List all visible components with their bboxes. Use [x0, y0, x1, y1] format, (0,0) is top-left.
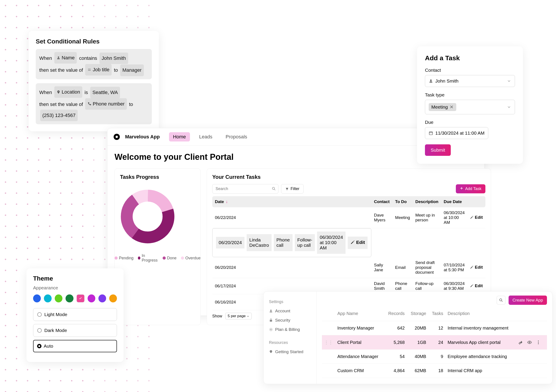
table-row[interactable]: Attendance Manager5440MB9Employee attend… — [322, 350, 547, 364]
legend: Pending In Progress Done Overdue — [120, 253, 195, 263]
edit-button[interactable]: Edit — [470, 215, 483, 220]
col-date[interactable]: Date↓ — [212, 196, 371, 207]
add-task-button[interactable]: Add Task — [456, 184, 485, 193]
color-swatch[interactable] — [44, 294, 52, 302]
table-row[interactable]: ⋮⋮Client Portal5,2681GB24Marvelous App c… — [322, 335, 547, 350]
due-input[interactable]: 11/30/2024 at 11:00 AM — [425, 127, 488, 139]
mode-option[interactable]: Light Mode — [33, 308, 117, 321]
col-storage[interactable]: Storage — [407, 306, 428, 321]
col-tasks[interactable]: Tasks — [428, 306, 446, 321]
person-icon — [429, 79, 433, 83]
type-select[interactable]: Meeting✕ — [425, 100, 515, 114]
settings-header: Settings — [269, 299, 311, 304]
mode-option[interactable]: Dark Mode — [33, 324, 117, 337]
create-app-button[interactable]: Create New App — [509, 296, 547, 305]
eye-icon[interactable] — [527, 340, 532, 345]
sidebar-security[interactable]: Security — [269, 316, 311, 325]
apps-search-button[interactable] — [497, 296, 505, 305]
field-chip[interactable]: Phone number — [85, 98, 127, 110]
app-logo — [114, 134, 120, 140]
grip-icon[interactable]: ⋮⋮ — [324, 340, 333, 345]
col-todo[interactable]: To Do — [393, 196, 413, 207]
sidebar-account[interactable]: Account — [269, 306, 311, 316]
svg-point-11 — [538, 342, 539, 343]
theme-card: Theme Appearance Light ModeDark ModeAuto — [26, 268, 124, 362]
show-label: Show — [212, 314, 222, 319]
tasks-title: Your Current Tasks — [212, 174, 485, 180]
tab-home[interactable]: Home — [169, 132, 190, 141]
search-icon — [272, 187, 276, 191]
chevron-down-icon — [247, 315, 249, 318]
more-icon[interactable] — [536, 340, 541, 345]
conditional-title: Set Conditional Rules — [36, 38, 152, 45]
gear-icon — [269, 328, 273, 331]
svg-point-12 — [538, 344, 539, 344]
table-row[interactable]: Inventory Manager64220MB12Internal inven… — [322, 321, 547, 335]
color-swatch[interactable] — [109, 294, 117, 302]
col-contact[interactable]: Contact — [371, 196, 393, 207]
due-label: Due — [425, 120, 515, 125]
color-swatch[interactable] — [55, 294, 62, 302]
contact-select[interactable]: John Smith — [425, 75, 515, 87]
col-desc[interactable]: Description — [446, 306, 516, 321]
resources-header: Resources — [269, 340, 311, 345]
svg-rect-6 — [270, 320, 272, 322]
perpage-select[interactable]: 5 per page — [225, 313, 252, 319]
svg-rect-5 — [429, 132, 433, 135]
table-row[interactable]: 06/22/2024Dave MyersMeetingMeet up in pe… — [212, 207, 485, 228]
col-appname[interactable]: App Name — [335, 306, 384, 321]
svg-point-4 — [272, 187, 274, 189]
table-row[interactable]: 06/20/2024Linda DeCastroPhone callFollow… — [212, 228, 371, 257]
col-records[interactable]: Records — [384, 306, 407, 321]
tab-proposals[interactable]: Proposals — [222, 132, 251, 141]
location-icon — [56, 90, 61, 94]
radio-icon — [37, 328, 42, 333]
radio-icon — [37, 344, 41, 348]
person-icon — [56, 56, 61, 60]
color-swatch[interactable] — [88, 294, 95, 302]
field-chip[interactable]: Location — [54, 86, 82, 98]
svg-point-7 — [270, 329, 272, 330]
sort-desc-icon: ↓ — [226, 199, 228, 204]
edit-button[interactable]: Edit — [350, 240, 365, 245]
contact-label: Contact — [425, 68, 515, 73]
sidebar-billing[interactable]: Plan & Billing — [269, 325, 311, 334]
pencil-icon — [470, 284, 473, 288]
value-chip[interactable]: Manager — [120, 64, 144, 76]
color-swatch[interactable] — [98, 294, 106, 302]
value-chip[interactable]: Seattle, WA — [90, 87, 120, 98]
color-swatch[interactable] — [77, 294, 85, 302]
table-row[interactable]: 06/20/2024Sally JaneEmailSend draft prop… — [212, 257, 485, 278]
submit-button[interactable]: Submit — [425, 144, 451, 156]
value-chip[interactable]: (253) 123-4567 — [40, 110, 78, 121]
add-task-title: Add a Task — [425, 54, 515, 62]
field-chip[interactable]: Name — [54, 52, 77, 63]
search-icon — [499, 298, 503, 302]
mode-option[interactable]: Auto — [33, 340, 117, 352]
pencil-icon — [470, 266, 473, 269]
edit-button[interactable]: Edit — [470, 283, 483, 288]
theme-title: Theme — [33, 275, 117, 282]
remove-tag-icon[interactable]: ✕ — [450, 104, 454, 110]
pencil-icon — [350, 240, 355, 244]
apps-table: App Name Records Storage Tasks Descripti… — [322, 306, 547, 378]
lock-icon — [269, 318, 273, 322]
wrench-icon[interactable] — [518, 340, 523, 345]
col-desc[interactable]: Description — [413, 196, 441, 207]
field-chip[interactable]: Job title — [85, 64, 112, 76]
svg-point-8 — [500, 299, 502, 301]
sidebar-getting-started[interactable]: Getting Started — [269, 347, 311, 356]
col-due[interactable]: Due Date — [441, 196, 467, 207]
table-row[interactable]: Custom CRM4,86462MB18Internal CRM app — [322, 364, 547, 378]
filter-button[interactable]: Filter — [281, 184, 304, 194]
color-swatch[interactable] — [33, 294, 41, 302]
appearance-label: Appearance — [33, 285, 117, 290]
tab-leads[interactable]: Leads — [195, 132, 216, 141]
search-input[interactable] — [212, 184, 278, 194]
value-chip[interactable]: John Smith — [100, 53, 128, 64]
apps-sidebar: Settings Account Security Plan & Billing… — [264, 291, 317, 384]
chevron-down-icon — [507, 105, 511, 109]
chevron-down-icon — [507, 79, 511, 83]
color-swatch[interactable] — [66, 294, 73, 302]
edit-button[interactable]: Edit — [470, 265, 483, 270]
